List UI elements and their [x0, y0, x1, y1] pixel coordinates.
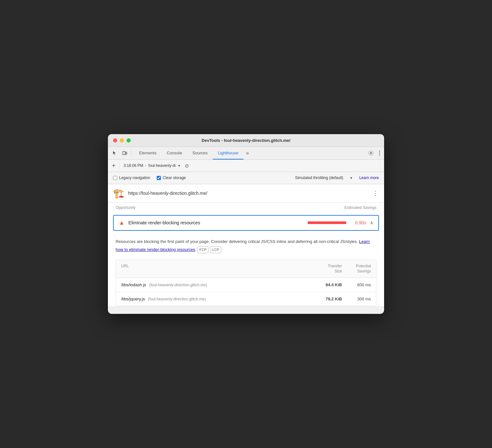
section-headers: Opportunity Estimated Savings: [108, 203, 384, 212]
tab-sources[interactable]: Sources: [187, 147, 213, 159]
lcp-tag: LCP: [210, 246, 221, 254]
opportunity-row: ▲ Eliminate render-blocking resources 0.…: [114, 216, 378, 230]
tabs: Elements Console Sources Lighthouse »: [134, 147, 367, 159]
minimize-button[interactable]: [120, 138, 124, 142]
svg-point-4: [379, 153, 380, 154]
settings-icon[interactable]: [367, 149, 375, 157]
legacy-nav-checkbox[interactable]: Legacy navigation: [113, 176, 150, 180]
dropdown-arrow-icon[interactable]: ▼: [178, 164, 181, 168]
throttle-dropdown-icon[interactable]: ▼: [350, 176, 353, 180]
url-short: foul-heavenly-di: [148, 163, 176, 168]
opportunity-title: Eliminate render-blocking resources: [128, 220, 304, 225]
divider: [119, 162, 120, 169]
no-entry-icon[interactable]: ⊘: [185, 163, 189, 169]
description-text: Resources are blocking the first paint o…: [116, 238, 376, 253]
opportunity-card: ▲ Eliminate render-blocking resources 0.…: [113, 215, 379, 231]
main-content: 🏗️ https://foul-heavenly-direction.glitc…: [108, 184, 384, 306]
svg-rect-1: [126, 152, 127, 154]
resource-size-1: 79.2 KiB: [313, 297, 342, 301]
url-chip: 3:18:06 PM - foul-heavenly-di ▼: [124, 163, 181, 168]
maximize-button[interactable]: [127, 138, 131, 142]
tab-lighthouse[interactable]: Lighthouse: [213, 147, 244, 159]
audit-url: https://foul-heavenly-direction.glitch.m…: [128, 191, 369, 196]
clear-storage-input[interactable]: [157, 176, 161, 180]
add-button[interactable]: +: [112, 162, 116, 169]
collapse-icon[interactable]: ∧: [370, 220, 373, 225]
resource-path-1: /libs/jquery.js: [121, 297, 145, 301]
more-menu-icon[interactable]: ⋮: [373, 190, 379, 197]
toolbar-row: + 3:18:06 PM - foul-heavenly-di ▼ ⊘: [108, 160, 384, 172]
dash-separator: -: [145, 163, 146, 168]
opportunity-header: Opportunity: [116, 205, 136, 210]
warning-icon: ▲: [119, 220, 125, 226]
audit-header: 🏗️ https://foul-heavenly-direction.glitc…: [108, 184, 384, 203]
tab-console[interactable]: Console: [162, 147, 187, 159]
throttle-label: Simulated throttling (default): [295, 176, 343, 180]
savings-time: 0.90s: [350, 220, 366, 225]
time-display: 3:18:06 PM: [124, 163, 143, 168]
resource-savings-1: 300 ms: [342, 297, 371, 301]
window-title: DevTools - foul-heavenly-direction.glitc…: [202, 138, 290, 143]
description-area: Resources are blocking the first paint o…: [108, 233, 384, 260]
learn-more-link[interactable]: Learn more: [359, 176, 379, 180]
col-savings-header: PotentialSavings: [342, 264, 371, 274]
legacy-nav-label: Legacy navigation: [119, 176, 150, 180]
fcp-tag: FCP: [198, 246, 208, 254]
table-row: /libs/lodash.js (foul-heavenly-direction…: [116, 278, 376, 292]
more-options-icon[interactable]: [378, 149, 382, 157]
svg-point-5: [379, 155, 380, 156]
savings-bar: [308, 221, 346, 224]
svg-point-2: [370, 152, 372, 154]
tab-icons: [110, 149, 131, 157]
titlebar: DevTools - foul-heavenly-direction.glitc…: [108, 134, 384, 147]
devtools-window: DevTools - foul-heavenly-direction.glitc…: [108, 134, 384, 314]
devtools-tabs: Elements Console Sources Lighthouse »: [108, 147, 384, 160]
cursor-icon[interactable]: [110, 149, 118, 157]
device-icon[interactable]: [121, 149, 128, 157]
legacy-nav-input[interactable]: [113, 176, 117, 180]
resource-host-0: (foul-heavenly-direction.glitch.me): [149, 283, 207, 287]
resource-host-1: (foul-heavenly-direction.glitch.me): [148, 297, 206, 301]
metric-tags: FCP LCP: [198, 246, 221, 254]
table-header-row: URL TransferSize PotentialSavings: [116, 260, 376, 278]
clear-storage-label: Clear storage: [163, 176, 186, 180]
svg-point-3: [379, 151, 380, 152]
lighthouse-icon: 🏗️: [113, 188, 124, 199]
clear-storage-checkbox[interactable]: Clear storage: [157, 176, 186, 180]
options-row: Legacy navigation Clear storage Simulate…: [108, 172, 384, 184]
svg-rect-0: [123, 151, 125, 155]
resource-url-0: /libs/lodash.js (foul-heavenly-direction…: [121, 282, 313, 287]
savings-header: Estimated Savings: [345, 205, 376, 210]
col-url-header: URL: [121, 264, 313, 274]
resource-path-0: /libs/lodash.js: [121, 282, 146, 287]
resource-url-1: /libs/jquery.js (foul-heavenly-direction…: [121, 297, 313, 301]
tab-actions: [367, 149, 382, 157]
tab-elements[interactable]: Elements: [134, 147, 162, 159]
more-tabs-button[interactable]: »: [243, 150, 251, 156]
traffic-lights: [113, 138, 131, 142]
resource-savings-0: 600 ms: [342, 282, 371, 287]
description-part1: Resources are blocking the first paint o…: [116, 239, 358, 244]
close-button[interactable]: [113, 138, 117, 142]
resources-table: URL TransferSize PotentialSavings /libs/…: [116, 260, 376, 306]
col-transfer-header: TransferSize: [313, 264, 342, 274]
devtools-body: Elements Console Sources Lighthouse »: [108, 147, 384, 306]
resource-size-0: 94.4 KiB: [313, 282, 342, 287]
table-row: /libs/jquery.js (foul-heavenly-direction…: [116, 292, 376, 306]
